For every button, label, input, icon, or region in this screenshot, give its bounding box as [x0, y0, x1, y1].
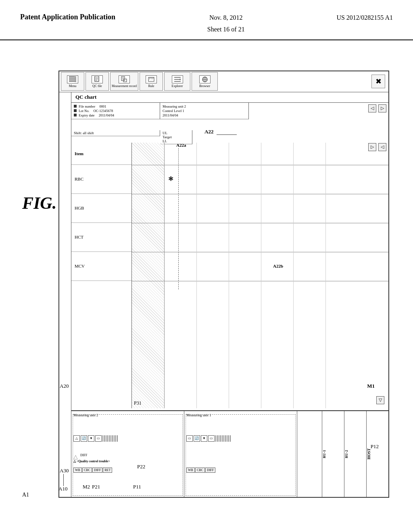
grid-v-2: [196, 143, 197, 408]
explorer-button[interactable]: Explorer: [164, 72, 190, 91]
svg-rect-8: [121, 77, 125, 81]
hct-label: HCT: [75, 235, 83, 239]
date-row: 2011/04/04: [163, 113, 246, 117]
grid-v-3: [229, 143, 229, 408]
sheet-info: Sheet 16 of 21: [207, 26, 245, 33]
left-sidebar: [59, 92, 71, 497]
main-content: FIG. 15 A1 Menu QC file: [0, 40, 413, 56]
qc-file-label: QC file: [92, 84, 102, 88]
scroll-down-arrow[interactable]: ▽: [376, 396, 384, 404]
grid-v-6: [325, 143, 326, 408]
rule-icon: [146, 75, 157, 83]
p12-label: P12: [371, 443, 379, 450]
header-center: Nov. 8, 2012 Sheet 16 of 21: [207, 12, 245, 35]
grid-h-3: [132, 223, 388, 223]
hgb-row: HGB: [71, 194, 131, 223]
item-header: Item: [71, 143, 131, 165]
chart-grid-area: ✱ A22a A22b ▽: [132, 143, 388, 408]
a22a-line: [178, 148, 179, 289]
a10-label: A10: [58, 486, 67, 492]
measuring-unit1-area: Measuring unit 1 WB CBC DIFF ▭ 🔄 ▼: [184, 411, 297, 497]
hatch-pattern-left: [132, 143, 164, 408]
p11-label: P11: [133, 484, 141, 490]
rule-label: Rule: [148, 84, 154, 88]
mcv-row: MCV: [71, 252, 131, 281]
ru2-label: RU-2: [344, 411, 348, 497]
hct-row: HCT: [71, 223, 131, 252]
explorer-icon: [172, 75, 183, 83]
file-number-label: File number: [79, 104, 95, 108]
close-icon: ✖: [375, 77, 382, 86]
lot-no-label: Lot No.: [79, 109, 89, 113]
grid-v-1: [164, 143, 165, 408]
ul-target-ll: UL Target LL: [160, 130, 192, 144]
asterisk-annotation: ✱: [168, 175, 173, 183]
info-lot-no: Lot No. OC-12345678: [74, 109, 157, 113]
explorer-label: Explorer: [172, 84, 183, 88]
label-a1: A1: [22, 492, 29, 498]
measurement-record-label: Measurement record: [112, 84, 137, 88]
measurement-record-icon: [119, 75, 130, 83]
a30-label: A30: [60, 468, 69, 474]
grid-v-4: [261, 143, 261, 408]
scroll-right-arrow[interactable]: ▷: [378, 104, 386, 112]
menu-button[interactable]: Menu: [61, 72, 84, 91]
pub-date: Nov. 8, 2012: [209, 14, 243, 21]
item-label: Item: [75, 151, 83, 156]
p31-label: P31: [134, 400, 142, 406]
expiry-date-value: 2011/04/04: [99, 113, 114, 117]
info-panel: File number 0001 Lot No. OC-12345678 Exp…: [71, 103, 160, 119]
label-a22a: A22a: [176, 143, 186, 148]
info-panel-2: Measuring unit 2 Control Level 1 2011/04…: [160, 103, 249, 119]
qc-file-button[interactable]: QC file: [86, 72, 109, 91]
dashed-inner-right: [186, 414, 296, 496]
hgb-label: HGB: [75, 206, 84, 210]
info-file-number: File number 0001: [74, 104, 157, 108]
patent-number: US 2012/0282155 A1: [336, 12, 393, 24]
ru1-label: RU-1: [322, 411, 326, 497]
close-button[interactable]: ✖: [371, 75, 385, 88]
mcv-label: MCV: [75, 264, 85, 268]
rbc-row: RBC: [71, 165, 131, 194]
grid-v-5: [293, 143, 294, 408]
menu-label: Menu: [69, 84, 77, 88]
bottom-panel-a30: Measuring unit 2 △ <Quality control trou…: [71, 410, 388, 497]
host-label: HOST: [367, 411, 371, 497]
shift-bar: Shift: all shift: [71, 130, 160, 136]
a10-arrow-line: [63, 474, 64, 486]
menu-icon: [67, 75, 78, 83]
grid-h-4: [132, 252, 388, 252]
outer-diagram-box: Menu QC file Measurement record: [58, 71, 389, 498]
scroll-left-arrow[interactable]: ◁: [368, 104, 376, 112]
rule-button[interactable]: Rule: [140, 72, 163, 91]
m1-label: M1: [367, 383, 375, 389]
p22-label: P22: [137, 463, 145, 470]
chart-title-bar: QC chart: [71, 92, 388, 103]
rbc-label: RBC: [75, 177, 83, 181]
grid-h-1: [132, 165, 388, 165]
measurement-record-button[interactable]: Measurement record: [110, 72, 138, 91]
browser-label: Browser: [199, 84, 210, 88]
host-column: HOST: [366, 411, 388, 497]
svg-marker-20: [180, 78, 181, 81]
page-header: Patent Application Publication Nov. 8, 2…: [0, 0, 413, 40]
chart-title: QC chart: [75, 94, 96, 100]
expiry-date-label: Expiry date: [79, 113, 94, 117]
m2-label: M2: [83, 484, 90, 490]
label-a22b: A22b: [273, 264, 283, 268]
ru-host-area: HOST RU-2 RU-1: [297, 411, 388, 497]
control-level-row: Control Level 1: [163, 109, 246, 113]
ul-label: UL: [163, 131, 190, 135]
a20-label: A20: [60, 383, 69, 389]
toolbar: Menu QC file Measurement record: [59, 71, 388, 92]
svg-rect-3: [75, 77, 76, 82]
scroll-top-right-arrow[interactable]: ▷: [368, 143, 376, 151]
scroll-top-left-arrow[interactable]: ◁: [378, 143, 386, 151]
qc-file-icon: [92, 75, 103, 83]
items-left-panel: Item RBC HGB HCT: [71, 143, 132, 408]
info-expiry-date: Expiry date 2011/04/04: [74, 113, 157, 117]
measuring-unit-row: Measuring unit 2: [163, 104, 246, 108]
browser-button[interactable]: Browser: [192, 72, 218, 91]
browser-icon: [199, 75, 211, 83]
grid-h-5: [132, 281, 388, 281]
